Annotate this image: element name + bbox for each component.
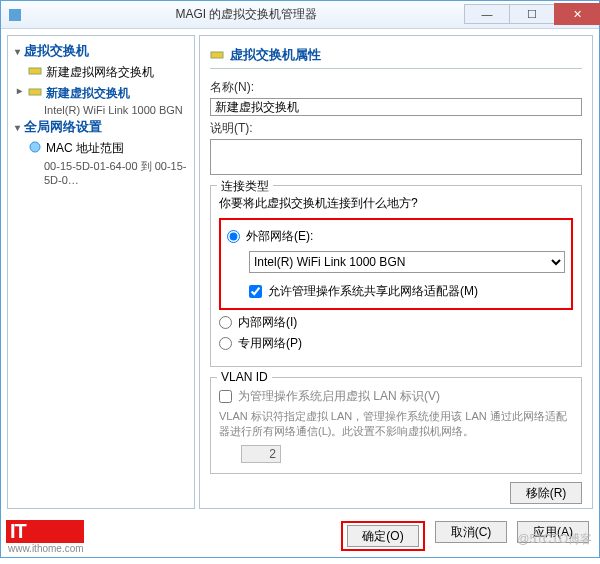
tree-group-global-settings[interactable]: ▾ 全局网络设置 [10, 118, 192, 136]
minimize-button[interactable]: — [464, 4, 510, 24]
name-label: 名称(N): [210, 79, 582, 96]
window-title: MAGI 的虚拟交换机管理器 [29, 6, 464, 23]
tree: ▾ 虚拟交换机 新建虚拟网络交换机 ▸ 新建虚拟交换机 Intel(R) WiF… [8, 36, 194, 190]
connection-group: 连接类型 你要将此虚拟交换机连接到什么地方? 外部网络(E): Intel(R)… [210, 185, 582, 367]
radio-label: 内部网络(I) [238, 314, 297, 331]
switch-icon [210, 48, 224, 62]
radio-external[interactable]: 外部网络(E): [227, 228, 565, 245]
tree-item-selected-switch[interactable]: ▸ 新建虚拟交换机 [10, 83, 192, 104]
highlight-box: 外部网络(E): Intel(R) WiFi Link 1000 BGN 允许管… [219, 218, 573, 310]
tree-item-new-virtual-switch[interactable]: 新建虚拟网络交换机 [10, 62, 192, 83]
checkbox-label: 为管理操作系统启用虚拟 LAN 标识(V) [238, 388, 440, 405]
tree-item-mac-range[interactable]: MAC 地址范围 [10, 138, 192, 159]
external-options: Intel(R) WiFi Link 1000 BGN 允许管理操作系统共享此网… [227, 249, 565, 300]
ok-button[interactable]: 确定(O) [347, 525, 419, 547]
remove-button[interactable]: 移除(R) [510, 482, 582, 504]
expand-icon: ▾ [12, 46, 22, 57]
radio-private[interactable]: 专用网络(P) [219, 335, 573, 352]
footer: 确定(O) 取消(C) 应用(A) [1, 515, 599, 557]
radio-internal[interactable]: 内部网络(I) [219, 314, 573, 331]
section-title: 虚拟交换机属性 [230, 46, 321, 64]
desc-label: 说明(T): [210, 120, 582, 137]
adapter-select[interactable]: Intel(R) WiFi Link 1000 BGN [249, 251, 565, 273]
tree-item-label: 新建虚拟交换机 [46, 85, 130, 102]
apply-button[interactable]: 应用(A) [517, 521, 589, 543]
properties-panel: 虚拟交换机属性 名称(N): 说明(T): 连接类型 你要将此虚拟交换机连接到什… [199, 35, 593, 509]
app-icon [7, 7, 23, 23]
vlan-help: VLAN 标识符指定虚拟 LAN，管理操作系统使用该 LAN 通过此网络适配器进… [219, 409, 573, 439]
svg-rect-1 [29, 68, 41, 74]
section-header: 虚拟交换机属性 [210, 44, 582, 69]
svg-rect-0 [9, 9, 21, 21]
titlebar[interactable]: MAGI 的虚拟交换机管理器 — ☐ ✕ [1, 1, 599, 29]
highlight-ok: 确定(O) [341, 521, 425, 551]
remove-row: 移除(R) [210, 482, 582, 504]
tree-item-adapter-sub: Intel(R) WiFi Link 1000 BGN [10, 104, 192, 116]
vlan-checkbox[interactable] [219, 390, 232, 403]
cancel-button[interactable]: 取消(C) [435, 521, 507, 543]
connection-question: 你要将此虚拟交换机连接到什么地方? [219, 195, 573, 212]
tree-group-label: 全局网络设置 [24, 118, 102, 136]
switch-icon [28, 85, 42, 99]
tree-group-label: 虚拟交换机 [24, 42, 89, 60]
tree-group-virtual-switches[interactable]: ▾ 虚拟交换机 [10, 42, 192, 60]
private-radio[interactable] [219, 337, 232, 350]
checkbox-label: 允许管理操作系统共享此网络适配器(M) [268, 283, 478, 300]
internal-radio[interactable] [219, 316, 232, 329]
svg-rect-4 [211, 52, 223, 58]
name-input[interactable] [210, 98, 582, 116]
tree-item-label: 新建虚拟网络交换机 [46, 64, 154, 81]
tree-item-label: MAC 地址范围 [46, 140, 124, 157]
svg-rect-2 [29, 89, 41, 95]
group-title: 连接类型 [217, 178, 273, 195]
expand-icon[interactable]: ▸ [14, 85, 24, 96]
body: ▾ 虚拟交换机 新建虚拟网络交换机 ▸ 新建虚拟交换机 Intel(R) WiF… [1, 29, 599, 515]
tree-item-mac-sub: 00-15-5D-01-64-00 到 00-15-5D-0… [10, 159, 192, 186]
vlan-id-input [241, 445, 281, 463]
window-buttons: — ☐ ✕ [464, 4, 599, 25]
maximize-button[interactable]: ☐ [509, 4, 555, 24]
external-radio[interactable] [227, 230, 240, 243]
close-button[interactable]: ✕ [554, 3, 600, 25]
main-window: MAGI 的虚拟交换机管理器 — ☐ ✕ ▾ 虚拟交换机 新建虚拟网络交换机 ▸ [0, 0, 600, 558]
allow-share-row[interactable]: 允许管理操作系统共享此网络适配器(M) [249, 283, 565, 300]
vlan-enable-row[interactable]: 为管理操作系统启用虚拟 LAN 标识(V) [219, 388, 573, 405]
tree-panel: ▾ 虚拟交换机 新建虚拟网络交换机 ▸ 新建虚拟交换机 Intel(R) WiF… [7, 35, 195, 509]
switch-icon [28, 64, 42, 78]
radio-label: 专用网络(P) [238, 335, 302, 352]
radio-label: 外部网络(E): [246, 228, 313, 245]
network-icon [28, 140, 42, 154]
svg-point-3 [30, 142, 40, 152]
group-title: VLAN ID [217, 370, 272, 384]
allow-share-checkbox[interactable] [249, 285, 262, 298]
expand-icon: ▾ [12, 122, 22, 133]
desc-input[interactable] [210, 139, 582, 175]
vlan-group: VLAN ID 为管理操作系统启用虚拟 LAN 标识(V) VLAN 标识符指定… [210, 377, 582, 474]
